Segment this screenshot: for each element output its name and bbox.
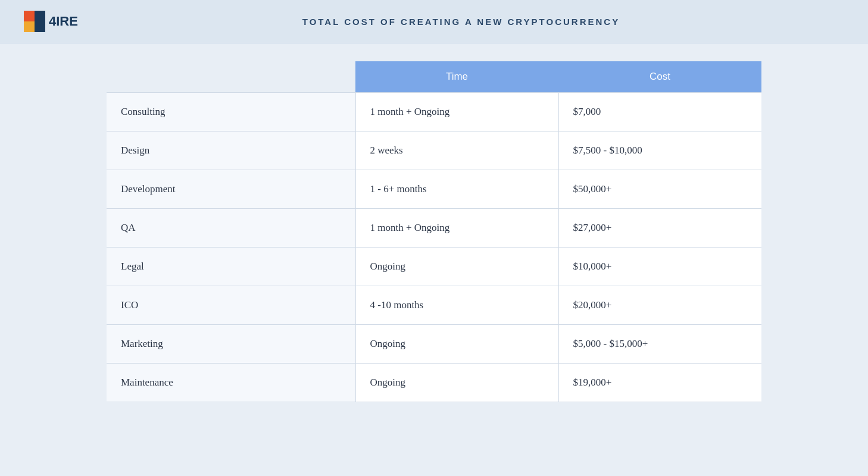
row-cost: $5,000 - $15,000+ — [558, 325, 761, 364]
main-content: Time Cost Consulting1 month + Ongoing$7,… — [0, 43, 868, 420]
row-label: Development — [107, 170, 355, 209]
row-cost: $27,000+ — [558, 209, 761, 248]
table-row: Design2 weeks$7,500 - $10,000 — [107, 131, 761, 170]
logo-text: 4IRE — [49, 14, 78, 29]
header-time: Time — [355, 61, 558, 93]
row-label: Consulting — [107, 93, 355, 131]
row-cost: $7,500 - $10,000 — [558, 131, 761, 170]
row-cost: $20,000+ — [558, 286, 761, 325]
row-cost: $19,000+ — [558, 364, 761, 402]
row-cost: $50,000+ — [558, 170, 761, 209]
page-title: TOTAL COST OF CREATING A NEW CRYPTOCURRE… — [78, 17, 844, 27]
row-time: Ongoing — [355, 248, 558, 286]
table-row: QA1 month + Ongoing$27,000+ — [107, 209, 761, 248]
row-label: Legal — [107, 248, 355, 286]
svg-rect-0 — [24, 11, 35, 21]
row-time: 4 -10 months — [355, 286, 558, 325]
row-time: 2 weeks — [355, 131, 558, 170]
table-row: LegalOngoing$10,000+ — [107, 248, 761, 286]
svg-rect-3 — [35, 21, 45, 32]
row-label: QA — [107, 209, 355, 248]
table-row: MaintenanceOngoing$19,000+ — [107, 364, 761, 402]
row-time: Ongoing — [355, 325, 558, 364]
svg-rect-1 — [35, 11, 45, 21]
row-cost: $7,000 — [558, 93, 761, 131]
table-row: Consulting1 month + Ongoing$7,000 — [107, 93, 761, 131]
header-empty — [107, 61, 355, 93]
row-time: 1 month + Ongoing — [355, 93, 558, 131]
row-time: 1 - 6+ months — [355, 170, 558, 209]
cost-table: Time Cost Consulting1 month + Ongoing$7,… — [107, 61, 761, 402]
table-row: MarketingOngoing$5,000 - $15,000+ — [107, 325, 761, 364]
row-time: 1 month + Ongoing — [355, 209, 558, 248]
page-header: 4IRE TOTAL COST OF CREATING A NEW CRYPTO… — [0, 0, 868, 43]
row-label: Marketing — [107, 325, 355, 364]
logo-icon — [24, 11, 45, 32]
table-header-row: Time Cost — [107, 61, 761, 93]
header-cost: Cost — [558, 61, 761, 93]
logo: 4IRE — [24, 11, 78, 32]
row-label: Design — [107, 131, 355, 170]
table-row: ICO4 -10 months$20,000+ — [107, 286, 761, 325]
svg-rect-2 — [24, 21, 35, 32]
row-time: Ongoing — [355, 364, 558, 402]
row-label: Maintenance — [107, 364, 355, 402]
row-label: ICO — [107, 286, 355, 325]
row-cost: $10,000+ — [558, 248, 761, 286]
table-row: Development1 - 6+ months$50,000+ — [107, 170, 761, 209]
cost-table-container: Time Cost Consulting1 month + Ongoing$7,… — [107, 61, 761, 402]
